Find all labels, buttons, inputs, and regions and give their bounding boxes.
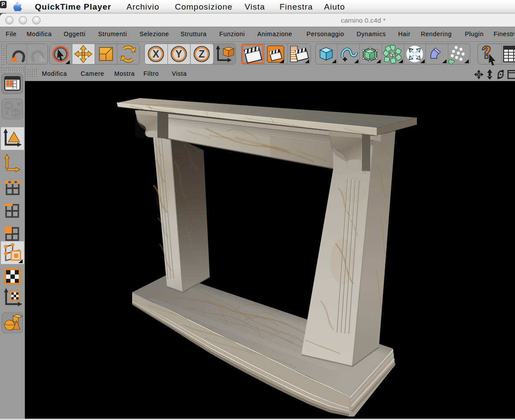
svg-text:Z: Z [198, 48, 205, 60]
svg-text:Y: Y [175, 48, 182, 60]
svg-text:X: X [153, 48, 160, 60]
